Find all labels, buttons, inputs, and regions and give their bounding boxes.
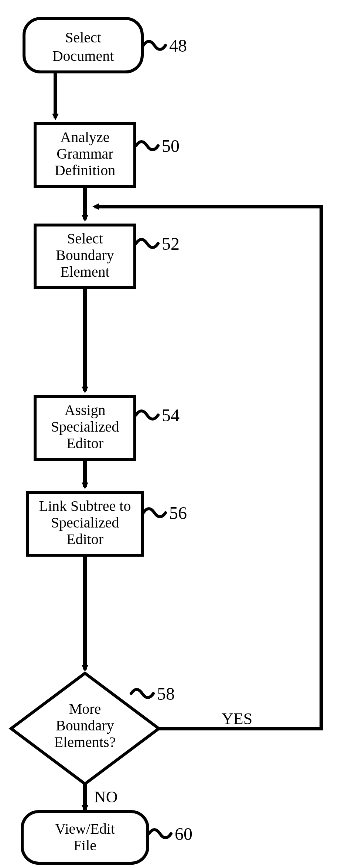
node-54-label: 54	[162, 405, 180, 425]
node-54-line2: Specialized	[51, 418, 119, 435]
node-52-line1: Select	[67, 230, 103, 247]
edge-yes-label: YES	[222, 710, 252, 728]
node-54-line3: Editor	[66, 435, 103, 452]
node-link-subtree: Link Subtree to Specialized Editor 56	[28, 492, 187, 555]
node-50-label: 50	[162, 136, 180, 156]
node-assign-editor: Assign Specialized Editor 54	[35, 397, 180, 459]
edge-58-60-no: NO	[85, 784, 118, 810]
node-select-boundary: Select Boundary Element 52	[35, 225, 180, 288]
node-analyze-grammar: Analyze Grammar Definition 50	[35, 124, 180, 186]
node-56-label: 56	[169, 503, 187, 523]
node-60-label: 60	[175, 824, 192, 844]
node-48-line2: Document	[52, 48, 114, 64]
node-48-label: 48	[169, 36, 187, 55]
node-select-document: Select Document 48	[24, 18, 187, 72]
node-58-label: 58	[157, 684, 175, 703]
node-60-line1: View/Edit	[55, 820, 115, 837]
node-52-line3: Element	[60, 263, 109, 280]
node-view-edit: View/Edit File 60	[22, 812, 192, 863]
flowchart: Select Document 48 Analyze Grammar Defin…	[0, 0, 338, 868]
node-58-line2: Boundary	[56, 717, 114, 734]
node-50-line3: Definition	[55, 162, 115, 179]
node-52-line2: Boundary	[56, 247, 114, 263]
node-56-line2: Specialized	[51, 514, 119, 531]
node-60-line2: File	[74, 837, 96, 854]
node-58-line1: More	[69, 701, 101, 717]
node-52-label: 52	[162, 234, 180, 253]
node-48-line1: Select	[65, 29, 101, 46]
node-58-line3: Elements?	[54, 734, 116, 750]
node-50-line1: Analyze	[60, 129, 109, 145]
node-50-line2: Grammar	[57, 145, 113, 162]
node-more-boundary: More Boundary Elements? 58	[11, 673, 175, 784]
node-54-line1: Assign	[64, 402, 105, 418]
node-56-line3: Editor	[66, 531, 103, 547]
edge-no-label: NO	[94, 788, 118, 806]
node-56-line1: Link Subtree to	[39, 498, 131, 514]
